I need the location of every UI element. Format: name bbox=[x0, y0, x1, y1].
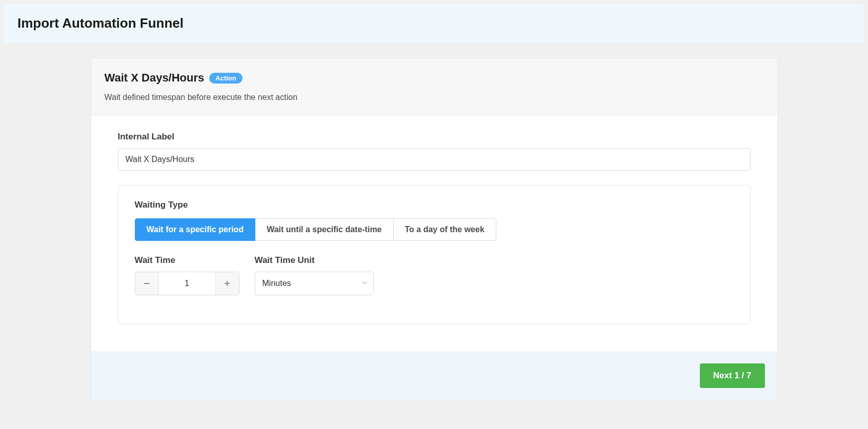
wait-time-increment[interactable] bbox=[215, 272, 239, 295]
waiting-type-option-day-of-week[interactable]: To a day of the week bbox=[393, 218, 496, 241]
wait-time-unit-label: Wait Time Unit bbox=[255, 255, 374, 265]
wait-time-stepper bbox=[135, 272, 239, 295]
card-subtitle: Wait defined timespan before execute the… bbox=[105, 93, 764, 102]
waiting-settings-panel: Waiting Type Wait for a specific period … bbox=[118, 185, 751, 324]
wait-time-unit-group: Wait Time Unit Minutes bbox=[255, 255, 374, 295]
svg-rect-2 bbox=[227, 281, 228, 286]
internal-label-label: Internal Label bbox=[118, 132, 751, 142]
page-header: Import Automation Funnel bbox=[4, 4, 864, 43]
waiting-type-option-specific-period[interactable]: Wait for a specific period bbox=[135, 218, 256, 241]
page-title: Import Automation Funnel bbox=[17, 15, 851, 31]
card-footer: Next 1 / 7 bbox=[91, 351, 777, 400]
waiting-type-segmented: Wait for a specific period Wait until a … bbox=[135, 218, 496, 241]
svg-rect-0 bbox=[144, 283, 149, 284]
wait-time-decrement[interactable] bbox=[135, 272, 159, 295]
wait-time-label: Wait Time bbox=[135, 255, 239, 265]
wait-time-row: Wait Time Wait Time Unit bbox=[135, 255, 734, 295]
wait-time-unit-select[interactable]: Minutes bbox=[255, 272, 374, 295]
card-body: Internal Label Waiting Type Wait for a s… bbox=[91, 115, 777, 351]
card-title-row: Wait X Days/Hours Action bbox=[105, 71, 764, 85]
minus-icon bbox=[144, 280, 150, 287]
wait-time-unit-value: Minutes bbox=[263, 279, 291, 288]
action-card: Wait X Days/Hours Action Wait defined ti… bbox=[91, 58, 778, 401]
waiting-type-label: Waiting Type bbox=[135, 200, 734, 210]
next-button[interactable]: Next 1 / 7 bbox=[700, 363, 765, 388]
card-header: Wait X Days/Hours Action Wait defined ti… bbox=[91, 58, 777, 115]
card-title: Wait X Days/Hours bbox=[105, 71, 205, 85]
wait-time-group: Wait Time bbox=[135, 255, 239, 295]
waiting-type-option-specific-datetime[interactable]: Wait until a specific date-time bbox=[255, 218, 393, 241]
wait-time-input[interactable] bbox=[159, 272, 215, 295]
action-badge: Action bbox=[209, 73, 242, 84]
internal-label-input[interactable] bbox=[118, 148, 751, 171]
plus-icon bbox=[224, 280, 230, 287]
